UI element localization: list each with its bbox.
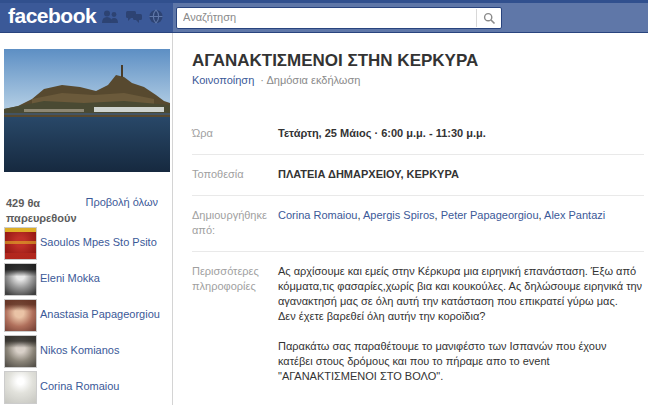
attendee-name-link[interactable]: Anastasia Papageorgiou [40,308,160,320]
attendee-name-link[interactable]: Saoulos Mpes Sto Psito [40,236,157,248]
attending-count: 429 θα παρευρεθούν [6,196,94,226]
description-paragraph: Παρακάτω σας παραθέτουμε το μανιφέστο τω… [278,339,644,384]
table-row-more-info: Περισσότερες πληροφορίες Ας αρχίσουμε κα… [192,252,644,405]
list-item: Anastasia Papageorgiou [0,299,168,335]
table-row-created-by: Δημιουργήθηκε από: Corina RomaiouApergis… [192,196,644,252]
more-info-label: Περισσότερες πληροφορίες [192,264,278,405]
event-visibility-label: · Δημόσια εκδήλωση [260,74,360,86]
created-by-label: Δημιουργήθηκε από: [192,208,278,238]
created-by-value: Corina RomaiouApergis SpirosPeter Papage… [278,208,644,238]
location-label: Τοποθεσία [192,167,278,182]
description-paragraph: Δεν έχετε βαρεθεί όλη αυτήν την κοροϊδια… [278,309,644,324]
messages-icon[interactable] [125,9,143,24]
list-item: Corina Romaiou [0,371,168,405]
list-item: Eleni Mokka [0,263,168,299]
avatar[interactable] [4,335,37,368]
friend-requests-icon[interactable] [101,9,119,24]
time-value: Τετάρτη, 25 Μάιος · 6:00 μ.μ. - 11:30 μ.… [278,126,644,141]
header-left-section: facebook [0,0,173,33]
attendee-name-link[interactable]: Corina Romaiou [40,380,119,392]
header-right-section [173,0,648,33]
location-value: ΠΛΑΤΕΙΑ ΔΗΜΑΡΧΕΙΟΥ, ΚΕΡΚΥΡΑ [278,167,644,182]
time-label: Ώρα [192,126,278,141]
more-info-value: Ας αρχίσουμε και εμείς στην Κέρκυρα μια … [278,264,644,405]
event-details-table: Ώρα Τετάρτη, 25 Μάιος · 6:00 μ.μ. - 11:3… [192,114,644,405]
avatar[interactable] [4,263,37,296]
view-all-link[interactable]: Προβολή όλων [85,196,158,208]
avatar[interactable] [4,299,37,332]
attendee-name-link[interactable]: Nikos Komianos [40,344,119,356]
sidebar-divider [172,33,173,405]
creator-link[interactable]: Peter Papageorgiou [441,209,544,221]
creator-link[interactable]: Alex Pantazi [544,209,605,221]
avatar[interactable] [4,371,37,404]
list-item: Nikos Komianos [0,335,168,371]
search-button[interactable] [476,9,501,27]
attendee-name-link[interactable]: Eleni Mokka [40,272,100,284]
search-box [176,7,502,29]
header-top-stripe [0,0,648,3]
notifications-globe-icon[interactable] [148,9,166,24]
event-sidebar: 429 θα παρευρεθούν Προβολή όλων Saoulos … [0,33,172,405]
attendee-list: Saoulos Mpes Sto Psito Eleni Mokka Anast… [0,227,168,405]
event-main-content: ΑΓΑΝΑΚΤΙΣΜΕΝΟΙ ΣΤΗΝ ΚΕΡΚΥΡΑ Κοινοποίηση … [192,33,644,86]
search-input[interactable] [177,8,476,26]
search-icon [483,12,496,25]
creator-link[interactable]: Corina Romaiou [278,209,363,221]
attendance-summary: 429 θα παρευρεθούν Προβολή όλων [6,196,166,226]
table-row-location: Τοποθεσία ΠΛΑΤΕΙΑ ΔΗΜΑΡΧΕΙΟΥ, ΚΕΡΚΥΡΑ [192,155,644,196]
top-navigation-bar: facebook [0,0,648,33]
table-row-time: Ώρα Τετάρτη, 25 Μάιος · 6:00 μ.μ. - 11:3… [192,114,644,155]
event-photo[interactable] [4,49,170,172]
page-title: ΑΓΑΝΑΚΤΙΣΜΕΝΟΙ ΣΤΗΝ ΚΕΡΚΥΡΑ [192,50,644,72]
list-item: Saoulos Mpes Sto Psito [0,227,168,263]
event-subtitle: Κοινοποίηση · Δημόσια εκδήλωση [192,74,644,86]
avatar[interactable] [4,227,37,260]
share-link[interactable]: Κοινοποίηση [192,74,254,86]
description-ellipsis: ... [278,399,644,405]
creator-link[interactable]: Apergis Spiros [363,209,441,221]
description-paragraph: Ας αρχίσουμε και εμείς στην Κέρκυρα μια … [278,264,644,309]
facebook-logo[interactable]: facebook [8,4,96,28]
